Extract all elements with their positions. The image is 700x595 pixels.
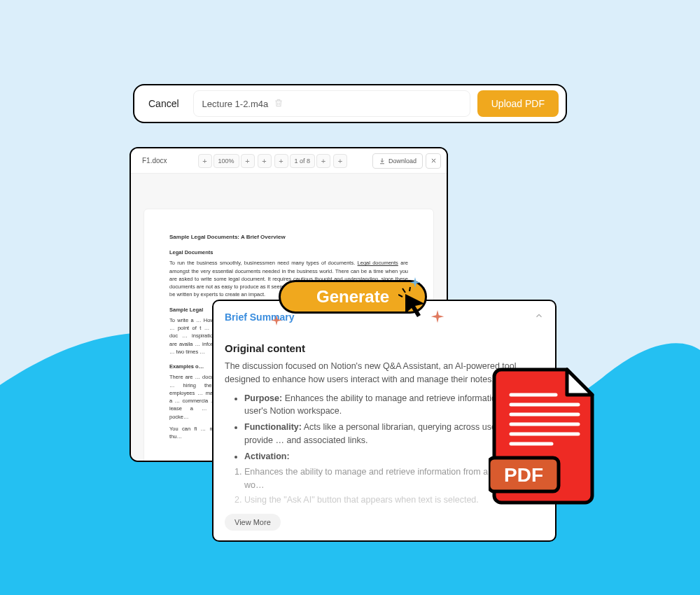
page-info: 1 of 8: [290, 154, 316, 168]
zoom-in-plus-icon[interactable]: +: [241, 154, 255, 168]
view-more-button[interactable]: View More: [225, 514, 281, 531]
sparkle-icon: [430, 310, 445, 326]
file-chip: Lecture 1-2.m4a: [193, 90, 470, 117]
svg-line-2: [410, 287, 410, 291]
upload-pdf-button[interactable]: Upload PDF: [477, 90, 559, 117]
close-button[interactable]: [426, 153, 441, 169]
page-nav-group: + 1 of 8 +: [274, 154, 331, 168]
svg-line-1: [402, 288, 405, 293]
chevron-up-icon[interactable]: [534, 311, 544, 323]
zoom-out-minus-icon[interactable]: +: [198, 154, 212, 168]
svg-text:PDF: PDF: [504, 464, 543, 486]
viewer-filename: F1.docx: [136, 154, 173, 167]
cancel-button[interactable]: Cancel: [141, 94, 186, 113]
download-button[interactable]: Download: [372, 153, 423, 169]
svg-line-0: [398, 295, 402, 297]
original-content-heading: Original content: [225, 342, 544, 354]
upload-bar: Cancel Lecture 1-2.m4a Upload PDF: [133, 84, 567, 123]
zoom-level: 100%: [214, 154, 239, 168]
next-page-icon[interactable]: +: [316, 154, 330, 168]
summary-title: Brief Summary: [225, 312, 295, 323]
generate-label: Generate: [316, 287, 389, 307]
toolbar-add2-icon[interactable]: +: [333, 154, 347, 168]
sparkle-icon: [270, 315, 283, 328]
zoom-out-group: + 100% +: [198, 154, 255, 168]
cursor-icon: [398, 287, 429, 318]
doc-title: Sample Legal Documents: A Brief Overview: [169, 233, 408, 241]
trash-icon[interactable]: [274, 98, 284, 110]
viewer-toolbar: F1.docx + 100% + + + 1 of 8 + + Download: [131, 148, 447, 174]
doc-heading-1: Legal Documents: [169, 248, 408, 256]
filename-label: Lecture 1-2.m4a: [202, 99, 269, 109]
toolbar-add-icon[interactable]: +: [258, 154, 272, 168]
prev-page-icon[interactable]: +: [274, 154, 288, 168]
pdf-file-icon: PDF: [489, 367, 601, 507]
download-label: Download: [388, 158, 416, 164]
